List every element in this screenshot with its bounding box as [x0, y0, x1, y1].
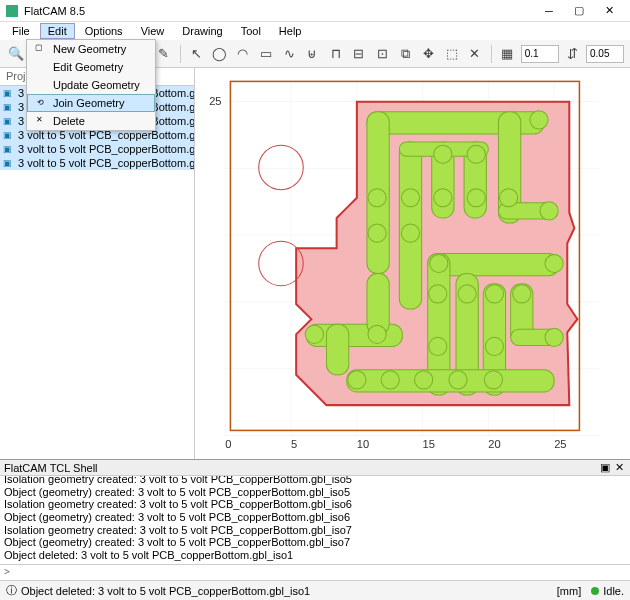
grid-toggle-button[interactable]: ▦ — [498, 44, 517, 64]
window-title: FlatCAM 8.5 — [24, 5, 534, 17]
menu-file[interactable]: File — [4, 23, 38, 39]
project-item-label: 3 volt to 5 volt PCB_copperBottom.gbl_is… — [18, 157, 194, 169]
svg-point-32 — [467, 145, 485, 163]
shell-header: FlatCAM TCL Shell ▣ ✕ — [0, 460, 630, 476]
geometry-icon: ▣ — [3, 116, 13, 126]
status-icon: ⓘ — [6, 583, 17, 598]
shell-line: Isolation geometry created: 3 volt to 5 … — [4, 498, 626, 511]
menu-edit-geometry[interactable]: Edit Geometry — [27, 58, 155, 76]
menu-edit[interactable]: Edit — [40, 23, 75, 39]
svg-point-50 — [485, 337, 503, 355]
maximize-button[interactable]: ▢ — [564, 1, 594, 21]
svg-point-35 — [434, 189, 452, 207]
cut-button[interactable]: ⊡ — [372, 44, 391, 64]
path-button[interactable]: ∿ — [279, 44, 298, 64]
menu-item-label: New Geometry — [53, 43, 126, 55]
geometry-icon: ▣ — [3, 130, 13, 140]
zoom-fit-button[interactable]: 🔍 — [6, 44, 25, 64]
copy-button[interactable]: ⧉ — [396, 44, 415, 64]
svg-point-52 — [348, 371, 366, 389]
menu-join-geometry[interactable]: ⟲Join Geometry — [27, 94, 155, 112]
menu-delete[interactable]: ✕Delete — [27, 112, 155, 130]
menu-help[interactable]: Help — [271, 23, 310, 39]
toolbar-separator — [491, 45, 492, 63]
svg-point-43 — [429, 285, 447, 303]
menu-item-label: Join Geometry — [53, 97, 125, 109]
delete-icon: ✕ — [33, 115, 45, 127]
svg-point-54 — [415, 371, 433, 389]
shell-title: FlatCAM TCL Shell — [4, 462, 98, 474]
subtract-button[interactable]: ⊟ — [349, 44, 368, 64]
svg-point-57 — [530, 111, 548, 129]
shell-line: Object (geometry) created: 3 volt to 5 v… — [4, 486, 626, 499]
svg-text:0: 0 — [225, 438, 231, 450]
intersect-button[interactable]: ⊓ — [326, 44, 345, 64]
edit-dropdown: ▢New Geometry Edit Geometry Update Geome… — [26, 39, 156, 131]
menu-drawing[interactable]: Drawing — [174, 23, 230, 39]
menu-options[interactable]: Options — [77, 23, 131, 39]
svg-point-49 — [429, 337, 447, 355]
grid-link-button[interactable]: ⇵ — [563, 44, 582, 64]
geometry-icon: ▣ — [3, 144, 13, 154]
close-button[interactable]: ✕ — [594, 1, 624, 21]
idle-dot-icon — [591, 587, 599, 595]
project-item[interactable]: ▣3 volt to 5 volt PCB_copperBottom.gbl_i… — [0, 156, 194, 170]
buffer-button[interactable]: ⬚ — [442, 44, 461, 64]
move-button[interactable]: ✥ — [419, 44, 438, 64]
plot-svg: 0510152025 25 — [195, 68, 630, 459]
svg-point-55 — [449, 371, 467, 389]
grid-y-input[interactable] — [586, 45, 624, 63]
menu-view[interactable]: View — [133, 23, 173, 39]
circle-button[interactable]: ◯ — [210, 44, 229, 64]
delete-shape-button[interactable]: ✕ — [465, 44, 484, 64]
shell-line: Object (geometry) created: 3 volt to 5 v… — [4, 536, 626, 549]
status-message: Object deleted: 3 volt to 5 volt PCB_cop… — [21, 585, 310, 597]
svg-point-48 — [368, 325, 386, 343]
svg-text:10: 10 — [357, 438, 369, 450]
shell-line: Object deleted: 3 volt to 5 volt PCB_cop… — [4, 549, 626, 562]
menu-new-geometry[interactable]: ▢New Geometry — [27, 40, 155, 58]
new-icon: ▢ — [33, 43, 45, 55]
select-button[interactable]: ↖ — [187, 44, 206, 64]
svg-point-51 — [545, 328, 563, 346]
svg-text:25: 25 — [209, 95, 221, 107]
arc-button[interactable]: ◠ — [233, 44, 252, 64]
svg-point-40 — [401, 224, 419, 242]
status-bar: ⓘ Object deleted: 3 volt to 5 volt PCB_c… — [0, 580, 630, 600]
svg-point-53 — [381, 371, 399, 389]
project-list[interactable]: ▣3 volt to 5 volt PCB_copperBottom.gbl_i… — [0, 86, 194, 459]
shell-input-wrap — [0, 564, 630, 580]
shell-input[interactable] — [0, 565, 630, 578]
shell-log[interactable]: Object (geometry) created: 3 volt to 5 v… — [0, 476, 630, 564]
update-icon — [33, 79, 45, 91]
geometry-icon: ▣ — [3, 88, 13, 98]
shell-close-button[interactable]: ✕ — [612, 461, 626, 474]
edit-geo-button[interactable]: ✎ — [154, 44, 173, 64]
svg-point-56 — [484, 371, 502, 389]
menu-tool[interactable]: Tool — [233, 23, 269, 39]
svg-text:5: 5 — [291, 438, 297, 450]
svg-point-33 — [368, 189, 386, 207]
svg-point-39 — [368, 224, 386, 242]
minimize-button[interactable]: ─ — [534, 1, 564, 21]
union-button[interactable]: ⊎ — [303, 44, 322, 64]
svg-rect-30 — [327, 324, 349, 375]
svg-point-42 — [545, 254, 563, 272]
svg-point-37 — [500, 189, 518, 207]
geometry-icon: ▣ — [3, 158, 13, 168]
status-idle: Idle. — [603, 585, 624, 597]
title-bar: FlatCAM 8.5 ─ ▢ ✕ — [0, 0, 630, 22]
plot-canvas[interactable]: 0510152025 25 — [195, 68, 630, 459]
shell-line: Isolation geometry created: 3 volt to 5 … — [4, 524, 626, 537]
svg-point-45 — [485, 285, 503, 303]
svg-point-47 — [305, 325, 323, 343]
shell-float-button[interactable]: ▣ — [598, 461, 612, 474]
project-item[interactable]: ▣3 volt to 5 volt PCB_copperBottom.gbl_i… — [0, 142, 194, 156]
grid-x-input[interactable] — [521, 45, 559, 63]
status-units: [mm] — [557, 585, 581, 597]
toolbar-separator — [180, 45, 181, 63]
project-item-label: 3 volt to 5 volt PCB_copperBottom.gbl_is… — [18, 143, 194, 155]
svg-point-46 — [513, 285, 531, 303]
menu-update-geometry[interactable]: Update Geometry — [27, 76, 155, 94]
rect-button[interactable]: ▭ — [256, 44, 275, 64]
